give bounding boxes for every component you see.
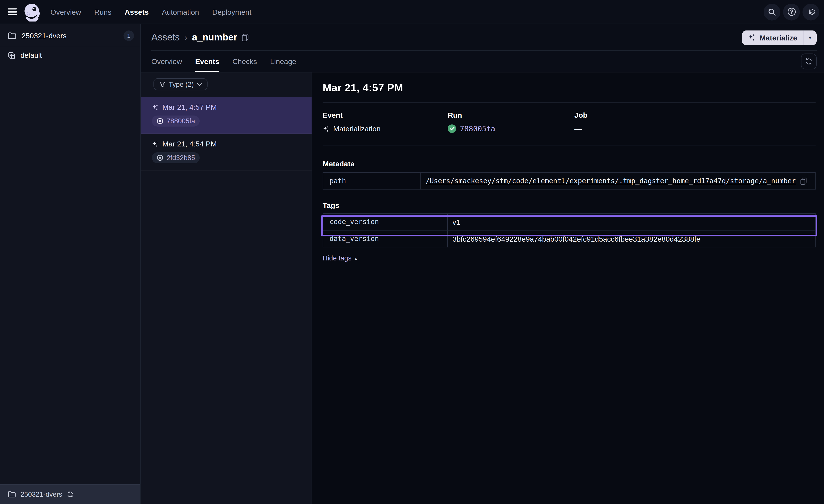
materialize-button-label: Materialize (759, 33, 797, 42)
page-header: Assets › a_number Materialize (141, 24, 824, 51)
table-row-highlighted: code_version v1 (323, 214, 815, 230)
asset-tabs: Overview Events Checks Lineage (141, 51, 824, 73)
hide-tags-label: Hide tags (323, 254, 351, 262)
sidebar-item-group[interactable]: 250321-dvers 1 (0, 24, 140, 47)
help-icon[interactable] (783, 3, 800, 20)
breadcrumb-separator: › (185, 33, 187, 42)
event-timestamp: Mar 21, 4:57 PM (163, 103, 217, 111)
materialization-icon (152, 104, 159, 111)
event-detail-panel: Mar 21, 4:57 PM Event (312, 73, 824, 504)
filter-row: Type (2) (141, 73, 312, 97)
event-type-value: Materialization (333, 124, 381, 133)
tab-checks[interactable]: Checks (232, 51, 257, 72)
tags-table: code_version v1 data_version 3bfc269594e… (323, 213, 816, 247)
run-status-icon (157, 154, 164, 161)
tags-table-wrap: code_version v1 data_version 3bfc269594e… (323, 213, 816, 247)
copy-path-icon[interactable] (800, 177, 807, 184)
run-column-label: Run (448, 111, 575, 119)
materialize-split-button: Materialize ▾ (742, 30, 817, 45)
asset-count-badge: 1 (123, 30, 134, 41)
gear-icon[interactable] (802, 3, 819, 20)
event-timestamp: Mar 21, 4:54 PM (163, 140, 217, 148)
nav-item-deployment[interactable]: Deployment (212, 8, 251, 16)
run-id-link[interactable]: 788005fa (460, 124, 495, 133)
run-success-icon (448, 124, 456, 133)
main-panel: Assets › a_number Materialize (141, 24, 824, 504)
materialize-button[interactable]: Materialize (742, 30, 803, 45)
folder-icon (8, 32, 16, 39)
funnel-icon (159, 81, 166, 87)
event-detail-heading: Mar 21, 4:57 PM (323, 82, 816, 94)
asset-catalog-sidebar: 250321-dvers 1 default 250321-dvers (0, 24, 141, 504)
breadcrumb-assets-link[interactable]: Assets (151, 32, 180, 43)
search-icon[interactable] (763, 3, 781, 20)
job-value: — (575, 124, 582, 133)
run-id-chip[interactable]: 2fd32b85 (152, 152, 200, 163)
primary-nav: Overview Runs Assets Automation Deployme… (50, 8, 251, 16)
chevron-down-icon (197, 83, 202, 86)
menu-icon[interactable] (4, 3, 21, 20)
top-nav-actions (763, 3, 819, 20)
nav-item-overview[interactable]: Overview (50, 8, 81, 16)
run-id-label: 2fd32b85 (167, 154, 195, 161)
events-content: Type (2) (141, 73, 824, 504)
folder-icon (8, 491, 16, 498)
nav-item-assets[interactable]: Assets (124, 8, 148, 16)
app-root: Overview Runs Assets Automation Deployme… (0, 0, 824, 504)
event-summary-columns: Event Materialization (323, 111, 816, 133)
reload-location-icon[interactable] (67, 491, 73, 498)
materialization-icon (323, 125, 329, 132)
sidebar-footer: 250321-dvers (0, 484, 140, 504)
tag-value: v1 (452, 218, 460, 226)
tag-key: data_version (323, 230, 447, 247)
copy-asset-name-icon[interactable] (242, 33, 249, 41)
top-nav: Overview Runs Assets Automation Deployme… (0, 0, 824, 24)
dagster-logo-icon[interactable] (22, 1, 43, 22)
tag-value: 3bfc269594ef649228e9a74bab00f042efc91d5a… (452, 235, 700, 243)
event-list-panel: Type (2) (141, 73, 312, 504)
event-list-item[interactable]: Mar 21, 4:54 PM 2fd32b85 (141, 134, 312, 171)
run-id-label: 788005fa (167, 117, 195, 125)
tab-events[interactable]: Events (195, 51, 219, 72)
metadata-table: path /Users/smackesey/stm/code/elementl/… (323, 172, 816, 190)
table-row: data_version 3bfc269594ef649228e9a74bab0… (323, 230, 815, 247)
page-title: a_number (192, 32, 237, 43)
asset-group-icon (8, 52, 15, 59)
footer-code-location-label: 250321-dvers (21, 490, 62, 498)
type-filter-button[interactable]: Type (2) (153, 78, 207, 91)
refresh-events-icon[interactable] (801, 54, 817, 70)
tag-key: code_version (323, 214, 447, 230)
sidebar-item-default-group[interactable]: default (0, 47, 140, 64)
tab-lineage[interactable]: Lineage (270, 51, 296, 72)
hide-tags-link[interactable]: Hide tags ▴ (323, 254, 357, 262)
sparkle-icon (748, 33, 756, 41)
run-id-chip[interactable]: 788005fa (152, 116, 200, 127)
divider (323, 145, 816, 145)
tab-overview[interactable]: Overview (151, 51, 182, 72)
materialization-icon (152, 140, 159, 147)
event-column-label: Event (323, 111, 448, 119)
sidebar-group-label: 250321-dvers (22, 31, 67, 39)
nav-item-runs[interactable]: Runs (94, 8, 111, 16)
metadata-key: path (323, 172, 421, 189)
materialize-dropdown-caret-icon[interactable]: ▾ (803, 30, 817, 45)
table-spacer-cell (807, 172, 815, 189)
collapse-up-icon: ▴ (354, 255, 357, 261)
metadata-section-title: Metadata (323, 160, 816, 168)
divider (323, 102, 816, 103)
run-status-icon (157, 118, 164, 125)
event-list-item[interactable]: Mar 21, 4:57 PM 788005fa (141, 97, 312, 134)
table-row: path /Users/smackesey/stm/code/elementl/… (323, 172, 815, 189)
job-column-label: Job (575, 111, 816, 119)
tags-section-title: Tags (323, 201, 816, 210)
sidebar-asset-group-label: default (21, 51, 42, 59)
metadata-path-link[interactable]: /Users/smackesey/stm/code/elementl/exper… (426, 177, 796, 185)
type-filter-label: Type (2) (169, 80, 194, 88)
nav-item-automation[interactable]: Automation (162, 8, 199, 16)
